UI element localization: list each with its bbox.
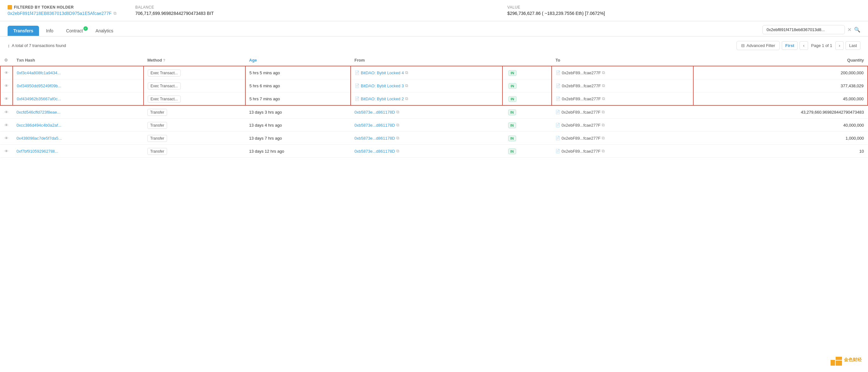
from-copy-icon[interactable]: ⧉ [396,136,399,141]
from-address-link[interactable]: 0xb5873e...d861178D [354,136,395,141]
method-help-icon[interactable]: ? [163,58,165,62]
clear-search-icon[interactable]: ✕ [847,27,851,33]
col-eye: ⚙ [0,55,13,66]
direction-badge: IN [508,122,516,128]
txn-hash-link[interactable]: 0x438098ac7de5f7da5... [17,136,62,141]
filter-address: 0x2ebF891f4718EB8367013d8D975a1E5Afcae27… [8,11,116,16]
direction-cell: IN [502,79,552,92]
copy-address-icon[interactable]: ⧉ [114,11,116,16]
search-bar: ✕ 🔍 [763,25,860,34]
from-copy-icon[interactable]: ⧉ [405,83,408,88]
col-age[interactable]: Age [245,55,351,66]
balance-value: 706,717,699.969828442790473483 BIT [135,11,489,16]
to-cell: 📄 0x2ebF89...fcae277F ⧉ [552,92,693,106]
page-info: Page 1 of 1 [810,43,834,48]
txn-hash-cell: 0xf3c44a808fc1a9434... [13,66,144,79]
to-copy-icon[interactable]: ⧉ [602,110,604,115]
table-row: 👁 0xcfd546cffd723f8eae... Transfer 13 da… [0,105,868,119]
method-cell: Transfer [144,105,245,119]
from-copy-icon[interactable]: ⧉ [405,96,408,101]
tabs-bar: Transfers Info Contract Analytics ✕ 🔍 [0,21,868,36]
col-to: To [552,55,693,66]
from-copy-icon[interactable]: ⧉ [396,110,399,115]
from-copy-icon[interactable]: ⧉ [396,148,399,154]
from-doc-icon: 📄 [355,84,360,88]
age-cell: 13 days 3 hrs ago [245,105,351,119]
to-cell: 📄 0x2ebF89...fcae277F ⧉ [552,119,693,132]
direction-badge: IN [508,136,516,141]
eye-cell[interactable]: 👁 [0,66,13,79]
quantity-cell: 40,000,000 [693,119,868,132]
tab-info[interactable]: Info [40,26,59,36]
to-address: 0x2ebF89...fcae277F [562,70,601,75]
from-address-link[interactable]: BitDAO: Bybit Locked 2 [361,96,404,101]
to-doc-icon: 📄 [556,84,560,88]
eye-cell[interactable]: 👁 [0,119,13,132]
direction-cell: IN [502,105,552,119]
to-doc-icon: 📄 [555,136,560,140]
to-cell: 📄 0x2ebF89...fcae277F ⧉ [552,145,693,158]
search-icon[interactable]: 🔍 [854,27,860,33]
from-cell: 📄BitDAO: Bybit Locked 4⧉ [351,66,502,79]
from-cell: 0xb5873e...d861178D⧉ [351,119,502,132]
from-copy-icon[interactable]: ⧉ [396,122,399,127]
eye-cell[interactable]: 👁 [0,132,13,145]
last-page-button[interactable]: Last [845,41,860,50]
tab-analytics[interactable]: Analytics [90,26,119,36]
to-cell: 📄 0x2ebF89...fcae277F ⧉ [552,105,693,119]
first-page-button[interactable]: First [782,41,798,50]
quantity-cell: 1,000,000 [693,132,868,145]
direction-badge: IN [508,70,517,76]
col-method: Method ? [144,55,245,66]
to-copy-icon[interactable]: ⧉ [602,136,604,141]
txn-hash-link[interactable]: 0xcc386d494c4b0a2af... [17,123,62,127]
from-address-link[interactable]: BitDAO: Bybit Locked 4 [361,70,404,75]
txn-hash-link[interactable]: 0xf34950dd95249f09b... [17,84,61,88]
method-badge: Exec Transact... [148,69,181,77]
to-copy-icon[interactable]: ⧉ [602,148,604,154]
table-row: 👁 0xcc386d494c4b0a2af... Transfer 13 day… [0,119,868,132]
to-copy-icon[interactable]: ⧉ [602,83,605,88]
method-badge: Exec Transact... [148,95,181,103]
quantity-cell: 200,000,000 [693,66,868,79]
txn-hash-link[interactable]: 0xf7bf91059296278ll... [17,149,58,154]
filter-address-value[interactable]: 0x2ebF891f4718EB8367013d8D975a1E5Afcae27… [8,11,112,16]
method-badge: Transfer [147,122,167,129]
from-cell: 0xb5873e...d861178D⧉ [351,132,502,145]
table-toolbar: ↕ A total of 7 transactions found ⊟ Adva… [0,36,868,55]
search-input[interactable] [763,25,845,34]
txn-hash-link[interactable]: 0xf3c44a808fc1a9434... [17,70,61,75]
age-cell: 13 days 12 hrs ago [245,145,351,158]
eye-cell[interactable]: 👁 [0,92,13,106]
value-value: $296,736,627.86 ( ~183,239.7556 Eth) [7.… [507,11,860,16]
eye-cell[interactable]: 👁 [0,105,13,119]
from-address-link[interactable]: BitDAO: Bybit Locked 3 [361,84,404,88]
txn-hash-link[interactable]: 0xcfd546cffd723f8eae... [17,110,61,115]
tab-transfers[interactable]: Transfers [8,26,39,36]
filter-label-text: FILTERED BY TOKEN HOLDER [14,5,74,9]
to-copy-icon[interactable]: ⧉ [602,122,604,127]
top-bar: FILTERED BY TOKEN HOLDER 0x2ebF891f4718E… [0,0,868,21]
advanced-filter-button[interactable]: ⊟ Advanced Filter [737,41,780,50]
txn-hash-cell: 0xf434962b35667af0c... [13,92,144,106]
eye-cell[interactable]: 👁 [0,145,13,158]
from-address-link[interactable]: 0xb5873e...d861178D [354,123,395,127]
from-address-link[interactable]: 0xb5873e...d861178D [354,149,395,154]
to-copy-icon[interactable]: ⧉ [602,70,605,75]
next-page-button[interactable]: › [835,41,844,50]
from-doc-icon: 📄 [355,70,360,75]
from-address-link[interactable]: 0xb5873e...d861178D [354,110,395,115]
method-badge: Transfer [147,109,167,116]
quantity-cell: 45,000,000 [693,92,868,106]
settings-icon[interactable]: ⚙ [4,58,8,62]
tab-contract[interactable]: Contract [60,26,88,36]
to-cell: 📄 0x2ebF89...fcae277F ⧉ [552,66,693,79]
prev-page-button[interactable]: ‹ [800,41,808,50]
quantity-cell: 10 [693,145,868,158]
eye-cell[interactable]: 👁 [0,79,13,92]
txn-hash-link[interactable]: 0xf434962b35667af0c... [17,96,61,101]
from-cell: 📄BitDAO: Bybit Locked 2⧉ [351,92,502,106]
from-copy-icon[interactable]: ⧉ [405,70,408,75]
method-badge: Exec Transact... [148,83,181,89]
to-copy-icon[interactable]: ⧉ [602,96,605,101]
